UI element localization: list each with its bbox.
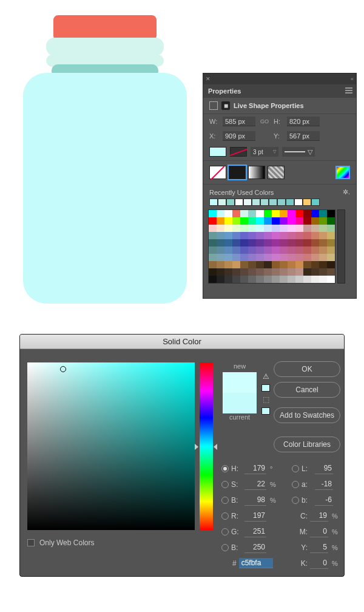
palette-swatch[interactable]	[311, 217, 319, 225]
a-field[interactable]: -18	[315, 480, 333, 490]
recent-color-swatch[interactable]	[235, 199, 243, 206]
bv-field[interactable]: 98	[244, 495, 266, 506]
palette-swatch[interactable]	[327, 261, 335, 268]
palette-swatch[interactable]	[256, 210, 264, 217]
palette-swatch[interactable]	[256, 261, 264, 268]
palette-swatch[interactable]	[240, 210, 248, 217]
palette-swatch[interactable]	[232, 268, 240, 276]
palette-swatch[interactable]	[280, 217, 288, 225]
palette-swatch[interactable]	[248, 268, 256, 276]
palette-swatch[interactable]	[232, 225, 240, 232]
palette-swatch[interactable]	[311, 232, 319, 239]
palette-swatch[interactable]	[303, 225, 311, 232]
palette-swatch[interactable]	[240, 225, 248, 232]
palette-swatch[interactable]	[280, 239, 288, 246]
palette-swatch[interactable]	[272, 261, 280, 268]
palette-swatch[interactable]	[295, 276, 303, 283]
palette-swatch[interactable]	[240, 276, 248, 283]
palette-swatch[interactable]	[280, 232, 288, 239]
g-field[interactable]: 251	[244, 527, 266, 537]
palette-swatch[interactable]	[288, 246, 295, 254]
fill-swatch[interactable]	[209, 147, 226, 157]
bv-radio[interactable]	[221, 497, 229, 504]
recent-color-swatch[interactable]	[226, 199, 235, 206]
palette-swatch[interactable]	[272, 276, 280, 283]
width-field[interactable]: 585 px	[223, 117, 255, 126]
palette-swatch[interactable]	[319, 239, 327, 246]
palette-swatch[interactable]	[280, 225, 288, 232]
palette-swatch[interactable]	[224, 254, 232, 261]
palette-swatch[interactable]	[295, 261, 303, 268]
palette-swatch[interactable]	[256, 254, 264, 261]
palette-swatch[interactable]	[295, 239, 303, 246]
palette-swatch[interactable]	[248, 276, 256, 283]
palette-swatch[interactable]	[303, 254, 311, 261]
palette-swatch[interactable]	[295, 232, 303, 239]
m-field[interactable]: 0	[310, 527, 328, 537]
palette-swatch[interactable]	[303, 268, 311, 276]
palette-swatch[interactable]	[295, 254, 303, 261]
saturation-value-box[interactable]	[27, 362, 195, 530]
palette-swatch[interactable]	[288, 217, 295, 225]
palette-swatch[interactable]	[311, 254, 319, 261]
palette-swatch[interactable]	[256, 268, 264, 276]
palette-swatch[interactable]	[264, 276, 272, 283]
palette-swatch[interactable]	[217, 246, 224, 254]
palette-swatch[interactable]	[303, 210, 311, 217]
palette-swatch[interactable]	[327, 254, 335, 261]
warning-swatch-1[interactable]	[261, 384, 270, 392]
recent-color-swatch[interactable]	[252, 199, 260, 206]
palette-swatch[interactable]	[209, 276, 217, 283]
palette-swatch[interactable]	[256, 232, 264, 239]
palette-swatch[interactable]	[272, 225, 280, 232]
preview-current-swatch[interactable]	[223, 393, 257, 413]
palette-swatch[interactable]	[264, 246, 272, 254]
palette-swatch[interactable]	[280, 268, 288, 276]
palette-swatch[interactable]	[240, 261, 248, 268]
palette-swatch[interactable]	[303, 239, 311, 246]
palette-swatch[interactable]	[264, 210, 272, 217]
stroke-weight-select[interactable]: 3 pt▽	[251, 147, 278, 157]
palette-swatch[interactable]	[288, 276, 295, 283]
y-field[interactable]: 567 px	[287, 131, 320, 141]
palette-swatch[interactable]	[327, 225, 335, 232]
palette-swatch[interactable]	[217, 210, 224, 217]
collapse-icon[interactable]: «	[351, 76, 354, 82]
palette-swatch[interactable]	[303, 261, 311, 268]
palette-swatch[interactable]	[319, 276, 327, 283]
k-field[interactable]: 0	[310, 559, 328, 569]
ok-button[interactable]: OK	[274, 361, 340, 377]
c-field[interactable]: 19	[310, 511, 328, 522]
palette-swatch[interactable]	[327, 217, 335, 225]
palette-swatch[interactable]	[311, 246, 319, 254]
palette-swatch[interactable]	[288, 210, 295, 217]
palette-swatch[interactable]	[303, 232, 311, 239]
recent-color-swatch[interactable]	[311, 199, 320, 206]
g-radio[interactable]	[221, 528, 229, 536]
palette-swatch[interactable]	[272, 210, 280, 217]
palette-swatch[interactable]	[248, 261, 256, 268]
palette-swatch[interactable]	[280, 261, 288, 268]
palette-swatch[interactable]	[240, 217, 248, 225]
palette-swatch[interactable]	[217, 268, 224, 276]
palette-swatch[interactable]	[311, 239, 319, 246]
palette-swatch[interactable]	[232, 276, 240, 283]
palette-swatch[interactable]	[240, 246, 248, 254]
brgb-field[interactable]: 250	[244, 543, 266, 553]
r-field[interactable]: 197	[244, 511, 266, 522]
palette-swatch[interactable]	[303, 217, 311, 225]
fill-solid-button[interactable]	[229, 166, 246, 179]
palette-swatch[interactable]	[280, 254, 288, 261]
palette-swatch[interactable]	[232, 217, 240, 225]
palette-swatch[interactable]	[209, 217, 217, 225]
palette-swatch[interactable]	[295, 217, 303, 225]
palette-swatch[interactable]	[256, 276, 264, 283]
recent-color-swatch[interactable]	[286, 199, 294, 206]
palette-swatch[interactable]	[224, 261, 232, 268]
palette-swatch[interactable]	[240, 268, 248, 276]
palette-swatch[interactable]	[288, 261, 295, 268]
palette-swatch[interactable]	[288, 254, 295, 261]
recent-color-swatch[interactable]	[218, 199, 226, 206]
h-field[interactable]: 179	[244, 464, 266, 474]
palette-swatch[interactable]	[209, 246, 217, 254]
